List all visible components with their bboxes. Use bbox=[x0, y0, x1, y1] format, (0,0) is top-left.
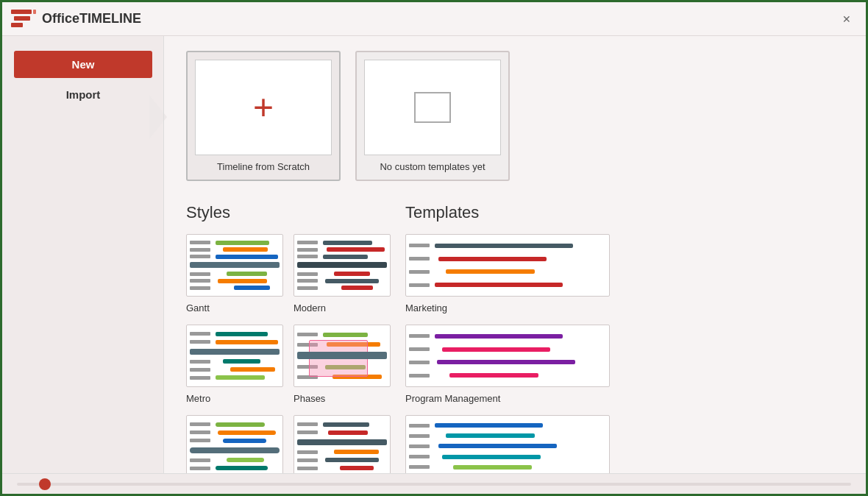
logo-text: OfficeTIMELINE bbox=[42, 11, 141, 26]
style-phases[interactable]: Phases bbox=[294, 325, 391, 405]
templates-section: Templates bbox=[405, 203, 625, 473]
empty-doc-icon bbox=[414, 92, 451, 123]
galleries-area: Styles bbox=[186, 203, 844, 473]
main-content: New Import + Timeline from Scratch bbox=[2, 36, 866, 473]
close-button[interactable]: ✕ bbox=[836, 9, 857, 29]
modern-thumb bbox=[294, 234, 391, 297]
bottom-bar bbox=[2, 473, 866, 494]
sidebar: New Import bbox=[2, 36, 164, 473]
templates-title: Templates bbox=[405, 203, 610, 222]
scratch-card[interactable]: + Timeline from Scratch bbox=[186, 51, 341, 181]
app-window: OfficeTIMELINE ✕ New Import + Timeline f… bbox=[2, 2, 866, 494]
logo-area: OfficeTIMELINE bbox=[11, 10, 141, 29]
scratch-label: Timeline from Scratch bbox=[217, 161, 310, 172]
svg-rect-3 bbox=[33, 10, 36, 14]
svg-rect-0 bbox=[11, 10, 32, 14]
rounded-thumb bbox=[186, 415, 283, 473]
leaf-thumb bbox=[294, 415, 391, 473]
gantt-thumb bbox=[186, 234, 283, 297]
style-rounded[interactable]: Rounded bbox=[186, 415, 283, 473]
style-modern[interactable]: Modern bbox=[294, 234, 391, 314]
styles-grid: Gantt bbox=[186, 234, 391, 473]
new-button[interactable]: New bbox=[14, 51, 152, 78]
style-gantt-label: Gantt bbox=[186, 302, 210, 313]
scratch-card-inner: + bbox=[195, 60, 332, 155]
style-modern-label: Modern bbox=[294, 302, 326, 313]
custom-card[interactable]: No custom templates yet bbox=[355, 51, 510, 181]
templates-overflow bbox=[625, 203, 713, 473]
engineering-thumb bbox=[405, 415, 610, 473]
svg-rect-2 bbox=[11, 23, 23, 27]
template-program-management[interactable]: Program Management bbox=[405, 325, 610, 405]
style-metro-label: Metro bbox=[186, 393, 210, 404]
scroll-track[interactable] bbox=[17, 483, 851, 486]
import-button[interactable]: Import bbox=[14, 81, 152, 108]
style-gantt[interactable]: Gantt bbox=[186, 234, 283, 314]
new-section: + Timeline from Scratch No custom templa… bbox=[186, 51, 844, 181]
plus-icon: + bbox=[253, 90, 274, 125]
logo-bold: TIMELINE bbox=[79, 11, 141, 26]
styles-title: Styles bbox=[186, 203, 391, 222]
template-engineering[interactable]: Engineering bbox=[405, 415, 610, 473]
content-area: + Timeline from Scratch No custom templa… bbox=[164, 36, 866, 473]
style-metro[interactable]: Metro bbox=[186, 325, 283, 405]
style-phases-label: Phases bbox=[294, 393, 325, 404]
program-management-thumb bbox=[405, 325, 610, 387]
scroll-thumb[interactable] bbox=[39, 478, 51, 490]
phases-thumb bbox=[294, 325, 391, 387]
template-marketing[interactable]: Marketing bbox=[405, 234, 610, 314]
custom-label: No custom templates yet bbox=[380, 161, 485, 172]
templates-grid: Marketing bbox=[405, 234, 610, 473]
custom-card-inner bbox=[364, 60, 501, 155]
svg-rect-1 bbox=[14, 16, 30, 21]
style-leaf[interactable]: Leaf bbox=[294, 415, 391, 473]
marketing-thumb bbox=[405, 234, 610, 297]
template-pm-label: Program Management bbox=[405, 393, 500, 404]
styles-section: Styles bbox=[186, 203, 405, 473]
title-bar: OfficeTIMELINE ✕ bbox=[2, 2, 866, 36]
logo-icon bbox=[11, 10, 36, 29]
template-marketing-label: Marketing bbox=[405, 302, 447, 313]
logo-plain: Office bbox=[42, 11, 79, 26]
metro-thumb bbox=[186, 325, 283, 387]
